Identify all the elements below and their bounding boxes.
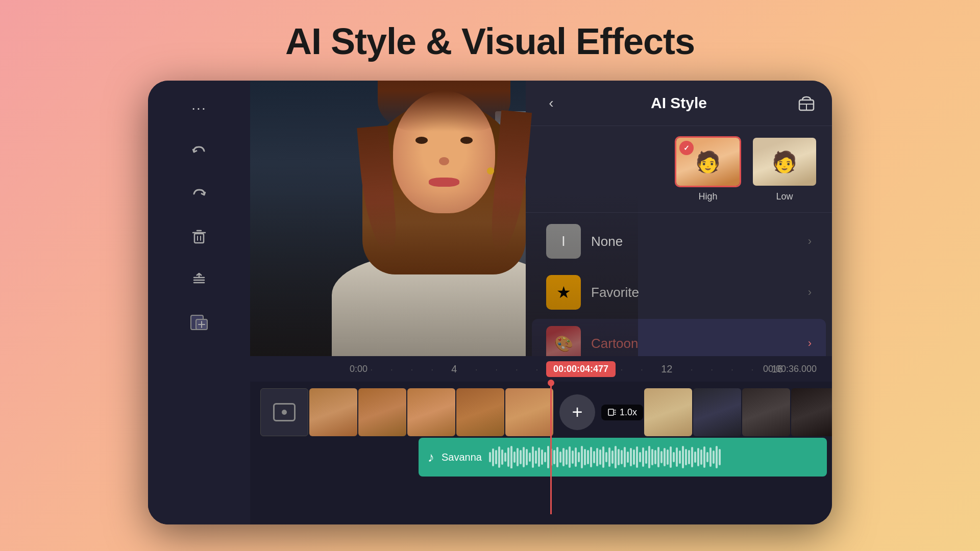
- video-preview-area: [250, 81, 638, 356]
- chevron-cartoon: ›: [808, 337, 812, 350]
- playhead-head: [548, 380, 554, 386]
- video-thumb-3: [407, 388, 455, 436]
- sidebar-delete-icon[interactable]: [187, 224, 211, 249]
- store-button[interactable]: [795, 92, 818, 114]
- playhead: [550, 382, 552, 514]
- timeline-header: 0:00 ···· 4 ···· 8 ···· 12 ···· 16 00:00…: [148, 356, 832, 382]
- sidebar-insert-icon[interactable]: [187, 310, 211, 335]
- audio-waveform: // Generate wave bars inline const heigh…: [489, 446, 818, 468]
- speed-badge: 1.0x: [601, 405, 643, 420]
- page-title: AI Style & Visual Effects: [285, 20, 695, 62]
- add-clip-button[interactable]: +: [559, 394, 595, 430]
- video-thumb-1: [309, 388, 357, 436]
- video-preview: [250, 81, 638, 356]
- video-track: + 1.0x: [148, 382, 832, 438]
- chevron-favorite: ›: [808, 286, 812, 299]
- time-current: 00:00:04:477: [546, 361, 616, 377]
- video-thumb-8: [742, 388, 790, 436]
- quality-high-label: High: [698, 191, 717, 202]
- video-thumb-2: [358, 388, 406, 436]
- sidebar: ···: [148, 81, 250, 524]
- speed-icon: [607, 408, 617, 417]
- quality-low-portrait: 🧑: [753, 138, 816, 186]
- vignette: [250, 81, 638, 356]
- device-frame: ···: [148, 81, 832, 524]
- timeline-area: 0:00 ···· 4 ···· 8 ···· 12 ···· 16 00:00…: [148, 356, 832, 524]
- time-end: 00:00:36.000: [763, 364, 817, 374]
- sidebar-redo-icon[interactable]: [187, 182, 211, 206]
- sidebar-menu-icon[interactable]: ···: [187, 96, 211, 120]
- video-thumb-first: [260, 388, 308, 436]
- video-thumb-7: [693, 388, 741, 436]
- video-thumb-6: [644, 388, 692, 436]
- photo-icon: [273, 403, 296, 421]
- track-name: Savanna: [442, 452, 482, 463]
- video-thumb-4: [456, 388, 504, 436]
- quality-low-img: 🧑: [751, 136, 818, 187]
- audio-track: ♪ Savanna // Generate wave bars inline c…: [419, 438, 827, 477]
- music-note-icon: ♪: [428, 449, 434, 465]
- quality-low[interactable]: 🧑 Low: [751, 136, 818, 202]
- video-thumb-9: [791, 388, 832, 436]
- video-thumb-5: [505, 388, 553, 436]
- photo-icon-circle: [282, 410, 287, 415]
- svg-rect-0: [194, 234, 204, 243]
- selected-badge: ✓: [679, 141, 694, 155]
- quality-high-img: 🧑 ✓: [675, 136, 741, 187]
- sidebar-layers-icon[interactable]: [187, 267, 211, 292]
- quality-low-label: Low: [776, 191, 793, 202]
- svg-rect-16: [608, 409, 614, 415]
- sidebar-undo-icon[interactable]: [187, 139, 211, 163]
- chevron-none: ›: [808, 235, 812, 248]
- speed-value: 1.0x: [620, 407, 637, 418]
- quality-high[interactable]: 🧑 ✓ High: [675, 136, 741, 202]
